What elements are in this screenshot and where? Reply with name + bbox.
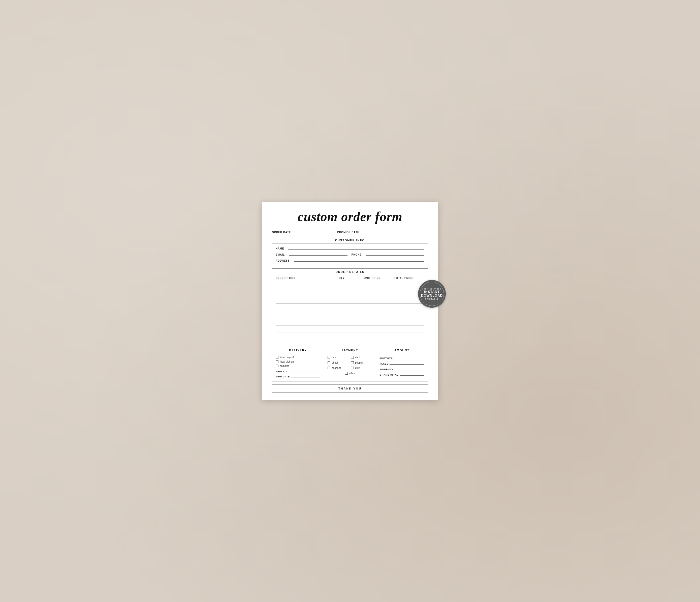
instant-download-badge: 100% EDITABLE INSTANT DOWNLOAD PRINTABLE [418, 280, 446, 308]
customer-info-title: CUSTOMER INFO [272, 237, 428, 243]
table-row [276, 290, 424, 296]
table-row [276, 319, 424, 325]
payment-other[interactable]: other [328, 372, 372, 375]
col-unit-price: UNIT PRICE [364, 277, 394, 280]
delivery-option-local-pickup[interactable]: local pick up [276, 360, 320, 363]
order-details-section: ORDER DETAILS DESCRIPTION QTY UNIT PRICE… [272, 268, 428, 343]
promise-date-field: PROMISE DATE [337, 230, 400, 234]
delivery-title: DELIVERY [276, 349, 320, 354]
payment-etsy[interactable]: etsy [351, 367, 372, 369]
ship-date-line [291, 374, 320, 377]
badge-main-text: INSTANT DOWNLOAD [421, 290, 443, 297]
customer-info-section: CUSTOMER INFO NAME EMAIL PHONE ADDRESS [272, 237, 428, 265]
thank-you-footer: THANK YOU [272, 385, 428, 393]
address-row: ADDRESS [276, 258, 424, 262]
checkbox-local-dropoff[interactable] [276, 356, 278, 359]
local-pickup-label: local pick up [280, 360, 294, 363]
cell-unit-1 [365, 284, 393, 288]
address-line [294, 258, 424, 262]
form-paper: custom order form ORDER DATE PROMISE DAT… [262, 202, 438, 400]
order-details-columns: DESCRIPTION QTY UNIT PRICE TOTAL PRICE [272, 275, 428, 281]
cell-qty-1 [338, 284, 362, 288]
subtotal-line [395, 356, 424, 359]
checkbox-local-pickup[interactable] [276, 360, 278, 363]
email-label: EMAIL [276, 253, 285, 256]
badge-line1: INSTANT [421, 290, 443, 294]
subtotal-label: SUBTOTAL [379, 357, 394, 360]
cashapp-label: cashapp [332, 367, 342, 369]
col-total-price: TOTAL PRICE [394, 277, 424, 280]
badge-line2: DOWNLOAD [421, 294, 443, 297]
shipping-amount-field: SHIPPING [379, 367, 424, 371]
delivery-section: DELIVERY local drop off local pick up sh… [272, 346, 324, 381]
shipping-amount-label: SHIPPING [379, 368, 393, 371]
table-row [276, 326, 424, 333]
name-row: NAME [276, 246, 424, 250]
customer-info-body: NAME EMAIL PHONE ADDRESS [272, 243, 428, 265]
shipping-label: shipping [280, 365, 289, 367]
payment-check[interactable]: check [328, 361, 349, 364]
payment-title: PAYMENT [328, 349, 372, 354]
paypal-label: paypal [355, 361, 362, 364]
amount-title: AMOUNT [379, 349, 424, 354]
payment-card[interactable]: card [351, 356, 372, 359]
title-row: custom order form [272, 209, 428, 226]
title-line-left [272, 218, 295, 218]
subtotal-field: SUBTOTAL [379, 356, 424, 360]
checkbox-cashapp[interactable] [328, 367, 330, 369]
delivery-option-local-dropoff[interactable]: local drop off [276, 356, 320, 359]
address-label: ADDRESS [276, 259, 290, 262]
checkbox-check[interactable] [328, 361, 330, 364]
taxes-line [390, 362, 424, 365]
title-line-right [405, 218, 428, 218]
bottom-row: DELIVERY local drop off local pick up sh… [272, 346, 428, 382]
checkbox-etsy[interactable] [351, 367, 354, 369]
name-line [288, 246, 424, 250]
grandtotal-label: GRANDTOTAL [379, 373, 399, 376]
grandtotal-field: GRANDTOTAL [379, 373, 424, 376]
shipping-amount-line [394, 367, 424, 370]
card-label: card [355, 356, 360, 359]
taxes-field: TAXES [379, 362, 424, 365]
phone-line [366, 252, 424, 256]
ship-date-label: SHIP DATE [276, 375, 290, 378]
order-details-title: ORDER DETAILS [272, 269, 428, 275]
etsy-label: etsy [355, 367, 360, 369]
table-row [276, 333, 424, 340]
grandtotal-line [400, 373, 424, 376]
ship-n-label: SHIP N.# [276, 370, 287, 373]
badge-top-text: 100% EDITABLE [422, 288, 441, 290]
cell-desc-1 [276, 284, 336, 288]
checkbox-paypal[interactable] [351, 361, 354, 364]
cash-label: cash [332, 356, 337, 359]
ship-date-field: SHIP DATE [276, 374, 320, 378]
col-description: DESCRIPTION [276, 277, 339, 280]
promise-date-line [360, 230, 401, 233]
order-date-label: ORDER DATE [272, 231, 291, 234]
payment-paypal[interactable]: paypal [351, 361, 372, 364]
delivery-option-shipping[interactable]: shipping [276, 365, 320, 367]
check-label: check [332, 361, 339, 364]
checkbox-cash[interactable] [328, 356, 330, 359]
payment-section: PAYMENT cash card check [324, 346, 376, 381]
table-row [276, 311, 424, 318]
table-row [276, 297, 424, 304]
other-label: other [349, 372, 355, 375]
checkbox-shipping[interactable] [276, 365, 278, 367]
date-row: ORDER DATE PROMISE DATE [272, 230, 428, 234]
phone-label: PHONE [351, 253, 362, 256]
payment-cashapp[interactable]: cashapp [328, 367, 349, 369]
ship-number-field: SHIP N.# [276, 369, 320, 373]
payment-options-grid: cash card check paypal [328, 356, 372, 371]
thank-you-text: THANK YOU [339, 387, 361, 390]
ship-n-line [288, 369, 320, 372]
taxes-label: TAXES [379, 362, 389, 365]
checkbox-card[interactable] [351, 356, 354, 359]
table-row [276, 282, 424, 289]
badge-inner: 100% EDITABLE INSTANT DOWNLOAD PRINTABLE [420, 282, 444, 306]
checkbox-other[interactable] [345, 372, 348, 375]
email-phone-row: EMAIL PHONE [276, 252, 424, 256]
col-qty: QTY [339, 277, 364, 280]
payment-cash[interactable]: cash [328, 356, 349, 359]
order-date-line [292, 230, 332, 233]
